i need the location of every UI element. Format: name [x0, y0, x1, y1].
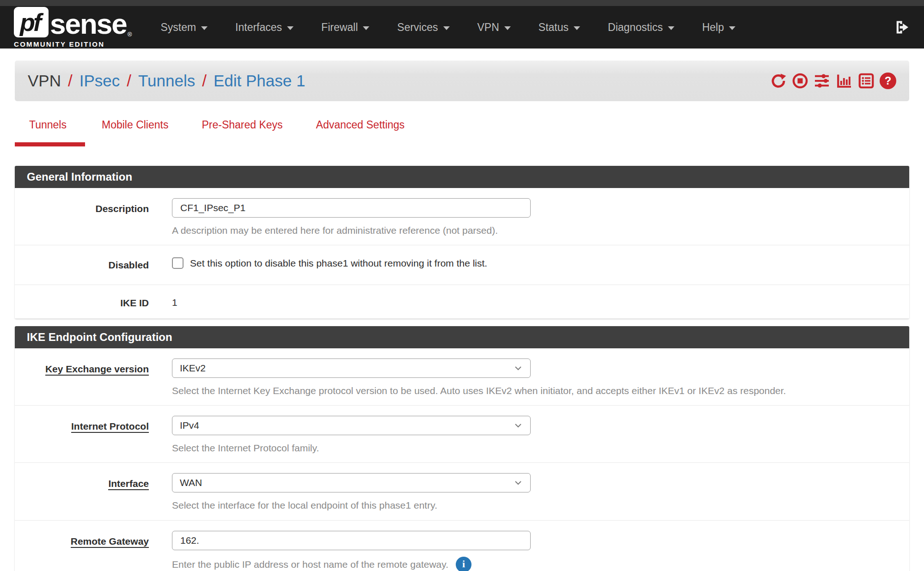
menu-interfaces-label: Interfaces: [235, 21, 282, 34]
menu-status[interactable]: Status: [538, 21, 580, 34]
pfsense-logo-text: sense: [50, 11, 127, 37]
description-label: Description: [15, 198, 149, 237]
remote-gateway-label: Remote Gateway: [15, 531, 149, 571]
internet-protocol-select[interactable]: IPv4: [172, 416, 531, 435]
sign-out-icon[interactable]: [893, 18, 910, 36]
menu-vpn-label: VPN: [477, 21, 499, 34]
registered-mark: ®: [128, 31, 132, 37]
chevron-down-icon: [363, 26, 369, 30]
menu-status-label: Status: [538, 21, 569, 34]
tab-bar: Tunnels Mobile Clients Pre-Shared Keys A…: [15, 119, 909, 146]
key-exchange-version-select[interactable]: IKEv2: [172, 358, 531, 378]
panel-title: IKE Endpoint Configuration: [15, 326, 909, 348]
breadcrumb-separator: /: [68, 72, 73, 90]
breadcrumb-separator: /: [127, 72, 131, 90]
chevron-down-icon: [514, 421, 523, 430]
row-disabled: Disabled Set this option to disable this…: [15, 245, 909, 285]
chevron-down-icon: [729, 26, 735, 30]
community-edition-label: COMMUNITY EDITION: [14, 40, 132, 48]
row-key-exchange-version: Key Exchange version IKEv2 Select the In…: [15, 348, 909, 406]
panel-title: General Information: [15, 166, 909, 188]
breadcrumb-ipsec-link[interactable]: IPsec: [80, 72, 120, 90]
disabled-checkbox-text: Set this option to disable this phase1 w…: [190, 258, 487, 269]
info-icon[interactable]: i: [456, 557, 471, 571]
page-content: VPN / IPsec / Tunnels / Edit Phase 1: [0, 61, 924, 571]
refresh-icon[interactable]: [770, 73, 787, 89]
disabled-checkbox[interactable]: [172, 257, 184, 269]
ike-id-label: IKE ID: [15, 292, 149, 309]
log-list-icon[interactable]: [858, 73, 875, 89]
ike-id-value: 1: [172, 292, 891, 308]
chevron-down-icon: [514, 364, 523, 373]
remote-gateway-label-text: Remote Gateway: [71, 536, 149, 548]
help-icon[interactable]: ?: [880, 73, 896, 89]
window-top-strip: [0, 0, 924, 6]
breadcrumb-edit-phase1-link[interactable]: Edit Phase 1: [214, 72, 305, 90]
interface-help: Select the interface for the local endpo…: [172, 499, 891, 511]
tab-tunnels[interactable]: Tunnels: [15, 119, 85, 146]
chevron-down-icon: [443, 26, 450, 30]
chevron-down-icon: [574, 26, 580, 30]
row-remote-gateway: Remote Gateway Enter the public IP addre…: [15, 521, 909, 571]
tab-advanced-settings[interactable]: Advanced Settings: [300, 119, 422, 146]
chevron-down-icon: [201, 26, 208, 30]
menu-system-label: System: [160, 21, 196, 34]
chevron-down-icon: [668, 26, 674, 30]
internet-protocol-label-text: Internet Protocol: [71, 421, 149, 433]
description-input[interactable]: [172, 198, 531, 218]
key-exchange-version-label: Key Exchange version: [15, 358, 149, 397]
breadcrumb-actions: ?: [770, 73, 896, 89]
row-description: Description A description may be entered…: [15, 188, 909, 245]
description-help: A description may be entered here for ad…: [172, 224, 891, 237]
menu-help-label: Help: [702, 21, 724, 34]
row-interface: Interface WAN Select the interface for t…: [15, 463, 909, 520]
chevron-down-icon: [504, 26, 511, 30]
interface-label: Interface: [15, 473, 149, 511]
menu-diagnostics[interactable]: Diagnostics: [608, 21, 674, 34]
menu-firewall[interactable]: Firewall: [321, 21, 369, 34]
menu-services[interactable]: Services: [397, 21, 449, 34]
pfsense-logo[interactable]: pf sense ® COMMUNITY EDITION: [14, 7, 132, 48]
remote-gateway-input[interactable]: [172, 531, 531, 550]
key-exchange-version-help: Select the Internet Key Exchange protoco…: [172, 384, 891, 397]
key-exchange-version-value: IKEv2: [180, 363, 206, 374]
menu-interfaces[interactable]: Interfaces: [235, 21, 294, 34]
breadcrumb-separator: /: [202, 72, 207, 90]
interface-select[interactable]: WAN: [172, 473, 531, 492]
internet-protocol-label: Internet Protocol: [15, 416, 149, 454]
tab-pre-shared-keys[interactable]: Pre-Shared Keys: [185, 119, 299, 146]
menu-help[interactable]: Help: [702, 21, 735, 34]
breadcrumb: VPN / IPsec / Tunnels / Edit Phase 1: [28, 72, 305, 90]
menu-system[interactable]: System: [160, 21, 208, 34]
menu-vpn[interactable]: VPN: [477, 21, 511, 34]
pfsense-logo-tile: pf: [14, 7, 49, 37]
breadcrumb-vpn: VPN: [28, 72, 61, 90]
menu-firewall-label: Firewall: [321, 21, 358, 34]
top-navbar: pf sense ® COMMUNITY EDITION System Inte…: [0, 6, 924, 49]
menu-services-label: Services: [397, 21, 438, 34]
sliders-icon[interactable]: [814, 73, 830, 89]
menu-diagnostics-label: Diagnostics: [608, 21, 663, 34]
key-exchange-version-label-text: Key Exchange version: [45, 364, 149, 376]
chevron-down-icon: [287, 26, 294, 30]
interface-label-text: Interface: [108, 478, 149, 490]
chart-bar-icon[interactable]: [835, 73, 853, 89]
panel-ike-endpoint-configuration: IKE Endpoint Configuration Key Exchange …: [15, 326, 909, 571]
remote-gateway-help: Enter the public IP address or host name…: [172, 558, 448, 571]
row-internet-protocol: Internet Protocol IPv4 Select the Intern…: [15, 406, 909, 463]
disabled-label: Disabled: [15, 257, 149, 271]
internet-protocol-help: Select the Internet Protocol family.: [172, 442, 891, 454]
breadcrumb-tunnels-link[interactable]: Tunnels: [138, 72, 195, 90]
tab-mobile-clients[interactable]: Mobile Clients: [85, 119, 185, 146]
chevron-down-icon: [514, 478, 523, 487]
row-ike-id: IKE ID 1: [15, 285, 909, 319]
stop-icon[interactable]: [792, 73, 808, 89]
internet-protocol-value: IPv4: [180, 420, 199, 431]
panel-general-information: General Information Description A descri…: [15, 166, 909, 319]
main-menu: System Interfaces Firewall Services VPN …: [160, 21, 735, 34]
interface-value: WAN: [180, 477, 202, 488]
breadcrumb-bar: VPN / IPsec / Tunnels / Edit Phase 1: [15, 61, 909, 101]
